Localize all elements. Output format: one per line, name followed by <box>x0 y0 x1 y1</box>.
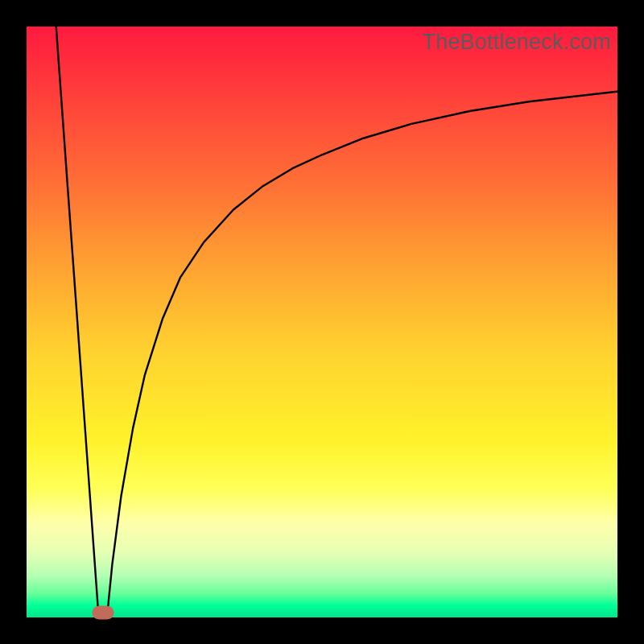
minimum-marker <box>93 606 114 620</box>
curve-left-branch <box>56 27 99 617</box>
plot-area: TheBottleneck.com <box>27 27 617 617</box>
curve-layer <box>27 27 617 617</box>
curve-right-branch <box>107 92 617 617</box>
watermark-text: TheBottleneck.com <box>422 30 611 55</box>
chart-frame: TheBottleneck.com <box>0 0 644 644</box>
